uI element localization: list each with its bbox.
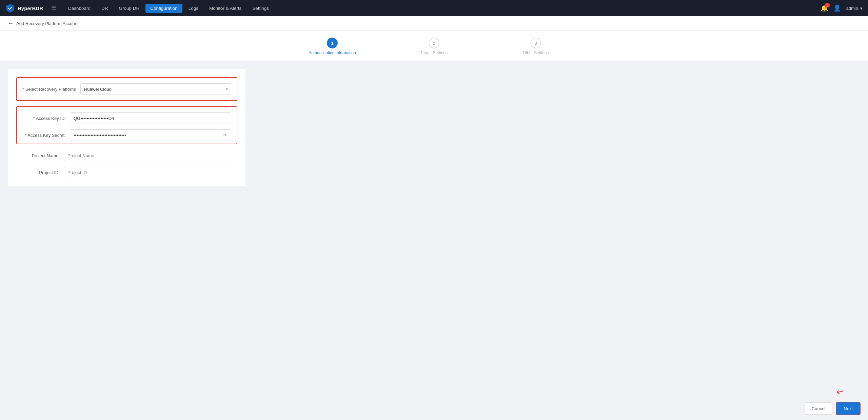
access-key-secret-wrapper: 👁 bbox=[70, 129, 231, 141]
step-2-label: Target Settings bbox=[420, 50, 448, 55]
step-2-circle: 2 bbox=[429, 38, 439, 48]
credentials-section: Access Key ID: Access Key Secret: 👁 bbox=[16, 106, 237, 144]
project-name-label: Project Name: bbox=[16, 153, 64, 158]
user-menu[interactable]: admin ▾ bbox=[846, 6, 863, 11]
nav-configuration[interactable]: Configuration bbox=[145, 4, 182, 13]
breadcrumb-title: Add Recovery Platform Account bbox=[16, 21, 79, 26]
toggle-password-icon[interactable]: 👁 bbox=[223, 132, 228, 138]
main-content: Select Recovery Platform: Huawei Cloud A… bbox=[0, 61, 868, 194]
access-key-secret-input[interactable] bbox=[70, 129, 231, 141]
project-id-wrapper bbox=[64, 167, 237, 178]
step-3-label: Other Settings bbox=[523, 50, 549, 55]
nav-dashboard[interactable]: Dashboard bbox=[63, 4, 95, 13]
access-key-id-row: Access Key ID: bbox=[22, 112, 231, 124]
recovery-platform-select-wrapper: Huawei Cloud AWS Azure GCP ▾ bbox=[80, 83, 231, 95]
step-1-label: Authentication Information bbox=[309, 50, 356, 55]
shield-icon bbox=[5, 3, 15, 13]
project-id-row: Project ID: bbox=[16, 167, 237, 178]
access-key-secret-label: Access Key Secret: bbox=[22, 133, 70, 138]
footer-bar: Cancel Next bbox=[0, 397, 868, 420]
stepper: 1 Authentication Information 2 Target Se… bbox=[0, 31, 868, 61]
recovery-platform-section: Select Recovery Platform: Huawei Cloud A… bbox=[16, 77, 237, 101]
nav-dr[interactable]: DR bbox=[97, 4, 113, 13]
recovery-platform-label: Select Recovery Platform: bbox=[22, 87, 80, 92]
access-key-id-wrapper bbox=[70, 112, 231, 124]
notification-icon[interactable]: 🔔 1 bbox=[821, 4, 828, 12]
nav-links: Dashboard DR Group DR Configuration Logs… bbox=[63, 4, 821, 13]
app-name: HyperBDR bbox=[18, 5, 43, 11]
access-key-secret-row: Access Key Secret: 👁 bbox=[22, 129, 231, 141]
nav-logs[interactable]: Logs bbox=[184, 4, 203, 13]
notification-badge: 1 bbox=[825, 3, 830, 7]
step-1-circle: 1 bbox=[327, 38, 338, 48]
step-3-circle: 3 bbox=[530, 38, 541, 48]
profile-icon[interactable]: 👤 bbox=[833, 4, 841, 12]
project-name-row: Project Name: bbox=[16, 150, 237, 161]
project-id-label: Project ID: bbox=[16, 170, 64, 175]
user-dropdown-icon: ▾ bbox=[860, 6, 863, 11]
page-wrapper: ← Add Recovery Platform Account 1 Authen… bbox=[0, 16, 868, 420]
step-3: 3 Other Settings bbox=[485, 38, 587, 55]
recovery-platform-row: Select Recovery Platform: Huawei Cloud A… bbox=[22, 83, 231, 95]
form-card: Select Recovery Platform: Huawei Cloud A… bbox=[8, 69, 245, 186]
back-button[interactable]: ← bbox=[8, 20, 14, 26]
access-key-id-input[interactable] bbox=[70, 112, 231, 124]
step-1: 1 Authentication Information bbox=[281, 38, 383, 55]
access-key-id-label: Access Key ID: bbox=[22, 116, 70, 121]
next-button[interactable]: Next bbox=[836, 402, 860, 415]
project-name-input[interactable] bbox=[64, 150, 237, 161]
recovery-platform-select[interactable]: Huawei Cloud AWS Azure GCP bbox=[80, 83, 231, 95]
app-logo: HyperBDR bbox=[5, 3, 43, 13]
top-navigation: HyperBDR ☰ Dashboard DR Group DR Configu… bbox=[0, 0, 868, 16]
step-2: 2 Target Settings bbox=[383, 38, 485, 55]
project-id-input[interactable] bbox=[64, 167, 237, 178]
nav-monitor-alerts[interactable]: Monitor & Alerts bbox=[204, 4, 246, 13]
cancel-button[interactable]: Cancel bbox=[805, 402, 832, 415]
breadcrumb: ← Add Recovery Platform Account bbox=[0, 16, 868, 31]
hamburger-icon[interactable]: ☰ bbox=[51, 4, 57, 12]
nav-settings[interactable]: Settings bbox=[248, 4, 274, 13]
optional-fields: Project Name: Project ID: bbox=[16, 150, 237, 178]
project-name-wrapper bbox=[64, 150, 237, 161]
nav-group-dr[interactable]: Group DR bbox=[114, 4, 144, 13]
nav-right: 🔔 1 👤 admin ▾ bbox=[821, 4, 863, 12]
user-name: admin bbox=[846, 6, 858, 11]
